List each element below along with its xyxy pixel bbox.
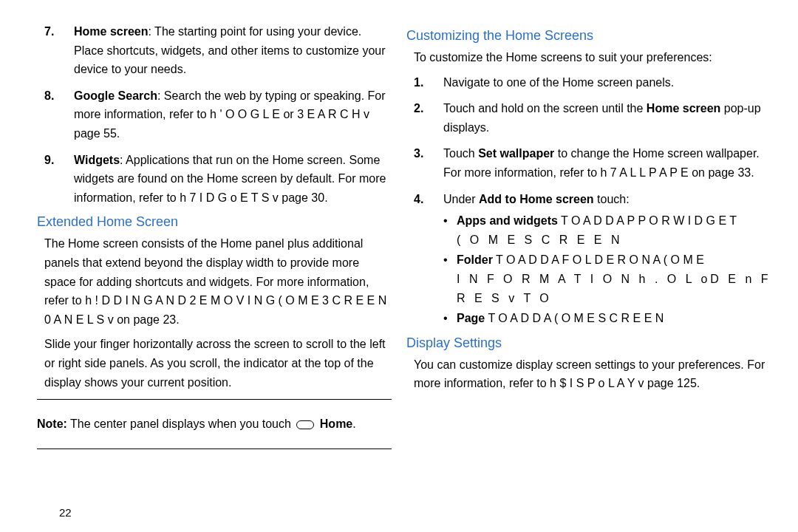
p1-b: on page 23. (114, 313, 180, 326)
step-number: 1. (414, 73, 423, 92)
item-ref: h ' O O G L E or 3 E A R C H v (210, 108, 369, 120)
list-item: Apps and widgets T O A D D A P P O R W I… (443, 211, 776, 249)
bullet-bold: Page (457, 312, 485, 324)
bullet-spaced: T O A D D A P P O R W I D G E T (558, 214, 737, 227)
note-label: Note: (37, 417, 67, 430)
note-text: The center panel displays when you touch (67, 417, 294, 430)
right-column: Customizing the Home Screens To customiz… (406, 22, 776, 532)
rule-bottom (37, 449, 392, 449)
step-bold: Home screen (647, 102, 721, 115)
item-term: Google Search (74, 89, 157, 102)
rule-top (37, 399, 392, 400)
extended-paragraph-1: The Home screen consists of the Home pan… (37, 234, 392, 329)
item-term: Home screen (74, 25, 149, 38)
list-item: 1. Navigate to one of the Home screen pa… (406, 73, 776, 92)
section-heading-extended: Extended Home Screen (37, 214, 392, 230)
step-tail: on page 33. (689, 166, 754, 179)
step-number: 3. (414, 144, 423, 163)
bullet-line2: I N F O R M A T I O N h . O L oD E n F R… (457, 273, 771, 304)
note-block: Note: The center panel displays when you… (37, 407, 392, 441)
item-number: 9. (44, 151, 54, 170)
feature-list: 7. Home screen: The starting point for u… (37, 22, 392, 207)
step-ref: h 7 A L L P A P E (601, 166, 689, 179)
bullet-spaced: T O A D D A F O L D E R O N A ( O M E (493, 253, 704, 266)
disp-ref: h $ I S P o L A Y v (550, 377, 644, 389)
bullet-bold: Folder (457, 253, 493, 266)
customize-intro: To customize the Home screens to suit yo… (406, 48, 776, 67)
disp-b: page 125. (644, 377, 700, 389)
step-pre: Touch (443, 147, 478, 160)
add-options-list: Apps and widgets T O A D D A P P O R W I… (443, 211, 776, 328)
left-column: 7. Home screen: The starting point for u… (37, 22, 406, 532)
bullet-spaced: T O A D D A ( O M E S C R E E N (485, 312, 664, 324)
list-item: 3. Touch Set wallpaper to change the Hom… (406, 144, 776, 182)
item-term: Widgets (74, 154, 120, 166)
item-ref: h 7 I D G o E T S v (180, 191, 279, 204)
section-heading-customizing: Customizing the Home Screens (406, 28, 776, 44)
step-bold: Set wallpaper (478, 147, 554, 160)
bullet-bold: Apps and widgets (457, 214, 558, 227)
item-number: 7. (44, 22, 54, 41)
list-item: 9. Widgets: Applications that run on the… (37, 151, 392, 208)
customize-steps: 1. Navigate to one of the Home screen pa… (406, 73, 776, 328)
page-number: 22 (59, 506, 72, 519)
section-heading-display: Display Settings (406, 335, 776, 351)
step-number: 2. (414, 99, 423, 118)
manual-page: 7. Home screen: The starting point for u… (0, 0, 798, 532)
item-tail: page 30. (279, 191, 328, 204)
list-item: 4. Under Add to Home screen touch: Apps … (406, 190, 776, 328)
step-text: Navigate to one of the Home screen panel… (443, 76, 674, 89)
step-post: touch: (594, 193, 630, 205)
home-button-icon (296, 420, 314, 429)
list-item: Page T O A D D A ( O M E S C R E E N (443, 309, 776, 328)
step-bold: Add to Home screen (479, 193, 594, 205)
note-period: . (352, 417, 355, 430)
display-paragraph: You can customize display screen setting… (406, 355, 776, 393)
step-pre: Touch and hold on the screen until the (443, 102, 647, 115)
note-home: Home (320, 417, 352, 430)
list-item: 2. Touch and hold on the screen until th… (406, 99, 776, 137)
item-tail: page 55. (74, 127, 120, 140)
step-number: 4. (414, 190, 423, 209)
list-item: Folder T O A D D A F O L D E R O N A ( O… (443, 250, 776, 307)
list-item: 8. Google Search: Search the web by typi… (37, 86, 392, 143)
step-pre: Under (443, 193, 479, 205)
p1-ref: h ! D D I N G A N D 2 E M O V I N G ( O … (44, 294, 386, 326)
list-item: 7. Home screen: The starting point for u… (37, 22, 392, 79)
bullet-line2: ( O M E S C R E E N (457, 233, 622, 246)
item-number: 8. (44, 86, 54, 106)
extended-paragraph-2: Slide your finger horizontally across th… (37, 335, 392, 392)
